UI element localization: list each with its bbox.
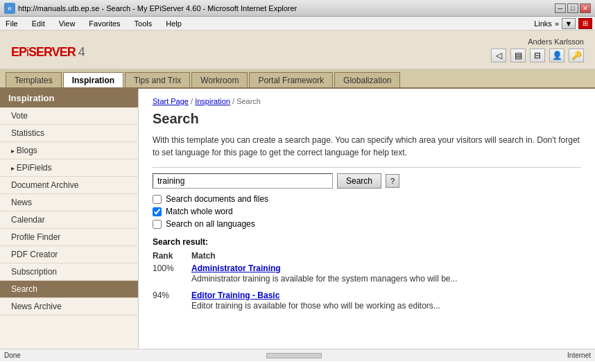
maximize-button[interactable]: □	[567, 3, 578, 13]
header-icons: ◁ ▤ ⊟ 👤 🔑	[491, 49, 584, 62]
tab-portal-framework[interactable]: Portal Framework	[249, 72, 333, 87]
menu-items: File Edit View Favorites Tools Help	[3, 19, 184, 28]
breadcrumb-start[interactable]: Start Page	[153, 97, 189, 105]
breadcrumb-inspiration[interactable]: Inspiration	[195, 97, 230, 105]
sidebar-item-blogs[interactable]: Blogs	[0, 142, 138, 159]
main-content: Inspiration Vote Statistics Blogs EPiFie…	[0, 89, 595, 349]
checkbox-row-documents: Search documents and files	[153, 194, 581, 204]
browser-title-bar: e http://manuals.utb.ep.se - Search - My…	[0, 0, 595, 17]
tab-inspiration[interactable]: Inspiration	[63, 72, 123, 87]
menu-file[interactable]: File	[3, 19, 21, 28]
results-header: Search result:	[153, 237, 581, 247]
nav-back-icon[interactable]: ◁	[491, 49, 506, 62]
result-row-1: 100% Administrator Training Administrato…	[153, 263, 581, 285]
sidebar-item-news[interactable]: News	[0, 194, 138, 211]
menu-favorites[interactable]: Favorites	[86, 19, 123, 28]
status-bar: Done Internet	[0, 349, 595, 361]
internet-zone: Internet	[567, 352, 591, 359]
status-text: Done	[4, 352, 21, 359]
windows-button[interactable]: ⊞	[578, 18, 592, 29]
tab-tips-and-trix[interactable]: Tips and Trix	[125, 72, 190, 87]
nav-tabs: Templates Inspiration Tips and Trix Work…	[0, 69, 595, 89]
result-desc-2: Editor training is available for those w…	[191, 300, 581, 312]
col-rank: Rank	[153, 251, 178, 261]
result-columns: Rank Match	[153, 251, 581, 261]
app-logo: EPiSERVER 4	[11, 39, 85, 61]
sidebar-item-profile-finder[interactable]: Profile Finder	[0, 229, 138, 246]
sidebar-item-subscription[interactable]: Subscription	[0, 263, 138, 281]
menu-view[interactable]: View	[56, 19, 78, 28]
page-title: Search	[153, 111, 581, 127]
result-item-2: 94% Editor Training - Basic Editor train…	[153, 291, 581, 312]
browser-icon: e	[4, 3, 15, 14]
content-area: Start Page / Inspiration / Search Search…	[139, 89, 595, 349]
search-box-area: Search ?	[153, 173, 581, 189]
checkbox-match-whole[interactable]	[153, 207, 162, 216]
sidebar-item-document-archive[interactable]: Document Archive	[0, 177, 138, 194]
tab-globalization[interactable]: Globalization	[334, 72, 400, 87]
sidebar-item-statistics[interactable]: Statistics	[0, 125, 138, 142]
checkbox-row-match-whole: Match whole word	[153, 207, 581, 216]
browser-title-text: http://manuals.utb.ep.se - Search - My E…	[18, 4, 297, 12]
title-buttons[interactable]: ─ □ ✕	[555, 3, 591, 13]
sidebar-item-epifields[interactable]: EPiFields	[0, 159, 138, 177]
sidebar-item-calendar[interactable]: Calendar	[0, 211, 138, 229]
checkbox-row-all-languages: Search on all languages	[153, 219, 581, 229]
divider	[153, 167, 581, 168]
page-description: With this template you can create a sear…	[153, 134, 581, 159]
layout-icon[interactable]: ⊟	[530, 49, 545, 62]
sidebar-item-pdf-creator[interactable]: PDF Creator	[0, 246, 138, 263]
title-left: e http://manuals.utb.ep.se - Search - My…	[4, 3, 297, 14]
links-button[interactable]: ▼	[562, 18, 576, 29]
result-rank-2: 94%	[153, 291, 178, 300]
app-header: EPiSERVER 4 Anders Karlsson ◁ ▤ ⊟ 👤 🔑	[0, 31, 595, 69]
result-content-1: Administrator Training Administrator tra…	[191, 263, 581, 285]
menu-tools[interactable]: Tools	[132, 19, 155, 28]
menu-help[interactable]: Help	[163, 19, 184, 28]
key-icon[interactable]: 🔑	[569, 49, 584, 62]
search-button[interactable]: Search	[337, 173, 381, 189]
sidebar-item-search[interactable]: Search	[0, 281, 138, 298]
links-area: Links » ▼ ⊞	[534, 18, 592, 29]
search-input[interactable]	[153, 173, 333, 189]
app-container: EPiSERVER 4 Anders Karlsson ◁ ▤ ⊟ 👤 🔑 Te…	[0, 31, 595, 349]
pages-icon[interactable]: ▤	[510, 49, 526, 62]
result-link-1[interactable]: Administrator Training	[191, 263, 281, 273]
sidebar: Inspiration Vote Statistics Blogs EPiFie…	[0, 89, 139, 349]
horizontal-scrollbar[interactable]	[266, 353, 322, 358]
result-link-2[interactable]: Editor Training - Basic	[191, 291, 279, 300]
result-desc-1: Administrator training is available for …	[191, 273, 581, 285]
checkbox-area: Search documents and files Match whole w…	[153, 194, 581, 229]
result-rank-1: 100%	[153, 263, 178, 273]
minimize-button[interactable]: ─	[555, 3, 566, 13]
tab-templates[interactable]: Templates	[6, 72, 62, 87]
tab-workroom[interactable]: Workroom	[191, 72, 248, 87]
breadcrumb-current: Search	[236, 97, 261, 105]
user-name: Anders Karlsson	[528, 37, 584, 46]
close-button[interactable]: ✕	[580, 3, 591, 13]
checkbox-documents[interactable]	[153, 195, 162, 204]
sidebar-item-news-archive[interactable]: News Archive	[0, 298, 138, 315]
checkbox-documents-label: Search documents and files	[166, 194, 268, 204]
col-match: Match	[191, 251, 216, 261]
sidebar-item-vote[interactable]: Vote	[0, 107, 138, 125]
header-right: Anders Karlsson ◁ ▤ ⊟ 👤 🔑	[491, 37, 584, 62]
menu-edit[interactable]: Edit	[29, 19, 48, 28]
sidebar-header: Inspiration	[0, 89, 138, 107]
help-button[interactable]: ?	[386, 174, 399, 188]
menu-bar: File Edit View Favorites Tools Help Link…	[0, 17, 595, 31]
breadcrumb: Start Page / Inspiration / Search	[153, 97, 581, 105]
scroll-indicator	[21, 353, 567, 358]
result-row-2: 94% Editor Training - Basic Editor train…	[153, 291, 581, 312]
result-item-1: 100% Administrator Training Administrato…	[153, 263, 581, 285]
user-icon[interactable]: 👤	[549, 49, 564, 62]
result-content-2: Editor Training - Basic Editor training …	[191, 291, 581, 312]
links-label: Links	[534, 19, 552, 28]
checkbox-all-languages-label: Search on all languages	[166, 219, 255, 229]
links-arrow: »	[555, 19, 559, 28]
checkbox-match-whole-label: Match whole word	[166, 207, 233, 216]
checkbox-all-languages[interactable]	[153, 220, 162, 229]
